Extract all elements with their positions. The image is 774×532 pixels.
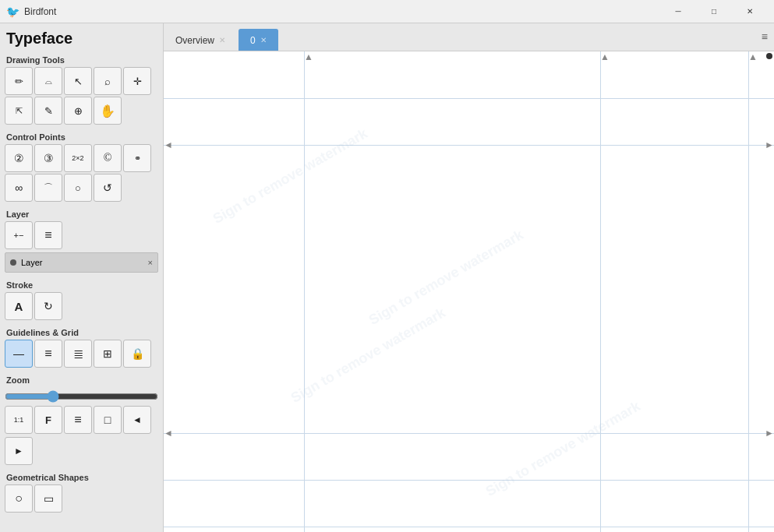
zoom-left-button[interactable]: ◄ [123, 406, 151, 434]
layer-close-button[interactable]: × [148, 258, 153, 267]
zoom-tool[interactable]: ⌕ [94, 67, 122, 95]
watermark-2: Sign to remove watermark [366, 227, 526, 329]
guide-lock-button[interactable]: 🔒 [123, 340, 151, 368]
hand-tool[interactable]: ✋ [94, 97, 122, 125]
overview-tab[interactable]: Overview ✕ [164, 29, 237, 51]
geometrical-shapes-label: Geometrical Shapes [5, 468, 158, 484]
move-tool[interactable]: ✛ [123, 67, 151, 95]
cp-curve[interactable]: ⌒ [34, 174, 62, 202]
tab-menu-button[interactable]: ≡ [755, 23, 774, 51]
pointer-tool[interactable]: ↖ [64, 67, 92, 95]
tabbar: Overview ✕ 0 ✕ ≡ [164, 23, 774, 51]
guidelines-label: Guidelines & Grid [5, 323, 158, 340]
grid-line-h-5 [164, 527, 774, 527]
minimize-button[interactable]: ─ [660, 0, 696, 23]
stroke-circle-button[interactable]: ↻ [34, 292, 62, 320]
layer-indicator [10, 259, 16, 266]
drawing-tools-grid: ✏ ⌓ ↖ ⌕ ✛ ⇱ ✎ ⊕ ✋ [5, 67, 158, 125]
zoom-hlines-button[interactable]: ≡ [64, 406, 92, 434]
grid-line-v-1 [304, 51, 305, 532]
glyph-tab-label: 0 [250, 35, 256, 46]
cp-rotate[interactable]: ↺ [94, 174, 122, 202]
zoom-box-button[interactable]: □ [94, 406, 122, 434]
tab-menu-icon: ≡ [762, 30, 768, 43]
grid-line-v-3 [748, 51, 749, 532]
app-icon: 🐦 [6, 5, 19, 18]
page-title: Typeface [5, 23, 158, 51]
zoom-tools-grid: 1:1 F ≡ □ ◄ [5, 406, 158, 434]
cp-link[interactable]: ⚭ [123, 144, 151, 172]
shape-rect-button[interactable]: ▭ [34, 484, 62, 513]
guide-lines-button[interactable]: ≡ [34, 340, 62, 368]
canvas-arrow-left-2: ◄ [164, 428, 173, 439]
pen-tool[interactable]: ✏ [5, 67, 33, 95]
zoom-play-button[interactable]: ► [5, 437, 33, 465]
grid-line-h-1 [164, 98, 774, 99]
guidelines-tools-grid: — ≡ ≣ ⊞ 🔒 [5, 340, 158, 368]
zoom-label: Zoom [5, 371, 158, 387]
grid-line-h-4 [164, 480, 774, 481]
canvas-arrow-right-2: ► [765, 428, 774, 439]
canvas-arrow-top-1: ▲ [304, 51, 313, 62]
cp-circle[interactable]: ○ [64, 174, 92, 202]
layer-tools-grid: +− ≡ [5, 221, 158, 249]
shape-circle-button[interactable]: ○ [5, 484, 33, 513]
grid-line-v-2 [600, 51, 601, 532]
stroke-label: Stroke [5, 276, 158, 292]
zoom-slider[interactable] [5, 390, 158, 403]
cp-3[interactable]: ③ [34, 144, 62, 172]
grid-line-h-3 [164, 433, 774, 434]
glyph-tab-close[interactable]: ✕ [260, 36, 267, 44]
close-button[interactable]: ✕ [732, 0, 768, 23]
stroke-a-button[interactable]: A [5, 292, 33, 320]
guide-multiline-button[interactable]: ≣ [64, 340, 92, 368]
glyph-tab[interactable]: 0 ✕ [239, 29, 278, 51]
cp-c[interactable]: © [94, 144, 122, 172]
watermark-3: Sign to remove watermark [288, 305, 448, 407]
layer-add-button[interactable]: +− [5, 221, 33, 249]
overview-tab-close: ✕ [219, 36, 225, 44]
zoom-1-1-button[interactable]: 1:1 [5, 406, 33, 434]
shapes-tools-grid: ○ ▭ [5, 484, 158, 513]
layer-name: Layer [21, 258, 43, 267]
main-layout: Typeface Drawing Tools ✏ ⌓ ↖ ⌕ ✛ ⇱ ✎ ⊕ ✋… [0, 23, 774, 532]
zoom-extra-grid: ► [5, 437, 158, 465]
canvas-arrow-right: ► [765, 139, 774, 150]
control-points-label: Control Points [5, 128, 158, 144]
content-area: Overview ✕ 0 ✕ ≡ [164, 23, 774, 532]
cp-2x2[interactable]: 2×2 [64, 144, 92, 172]
layer-label: Layer [5, 205, 158, 221]
maximize-button[interactable]: □ [696, 0, 732, 23]
zoom-fit-button[interactable]: F [34, 406, 62, 434]
drawing-tools-label: Drawing Tools [5, 51, 158, 67]
canvas-dot [766, 53, 772, 59]
guide-grid-button[interactable]: ⊞ [94, 340, 122, 368]
resize-tool[interactable]: ⇱ [5, 97, 33, 125]
layer-menu-button[interactable]: ≡ [34, 221, 62, 249]
app-title: Birdfont [24, 6, 660, 17]
canvas-arrow-top-2: ▲ [600, 51, 610, 62]
grid-line-h-2 [164, 145, 774, 146]
overview-tab-label: Overview [175, 35, 214, 46]
circle-target-tool[interactable]: ⊕ [64, 97, 92, 125]
cp-2[interactable]: ② [5, 144, 33, 172]
canvas-arrow-left: ◄ [164, 139, 173, 150]
pencil-tool[interactable]: ✎ [34, 97, 62, 125]
watermark-1: Sign to remove watermark [210, 125, 370, 227]
titlebar: 🐦 Birdfont ─ □ ✕ [0, 0, 774, 23]
canvas-area: ◄ ◄ ► ► ▲ ▲ ▲ Sign to remove watermark S… [164, 51, 774, 532]
guide-hline-button[interactable]: — [5, 340, 33, 368]
layer-bar: Layer × [5, 252, 158, 273]
control-points-grid: ② ③ 2×2 © ⚭ ∞ ⌒ ○ ↺ [5, 144, 158, 202]
canvas-arrow-top-3: ▲ [748, 51, 758, 62]
sidebar: Typeface Drawing Tools ✏ ⌓ ↖ ⌕ ✛ ⇱ ✎ ⊕ ✋… [0, 23, 164, 532]
watermark-4: Sign to remove watermark [483, 398, 643, 500]
bezier-tool[interactable]: ⌓ [34, 67, 62, 95]
cp-inf[interactable]: ∞ [5, 174, 33, 202]
stroke-tools-grid: A ↻ [5, 292, 158, 320]
